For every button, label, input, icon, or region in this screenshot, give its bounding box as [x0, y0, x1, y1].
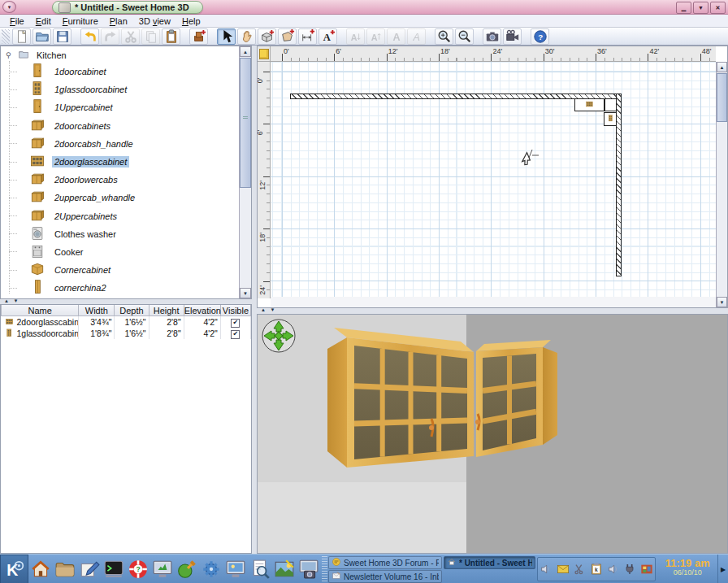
screenshot-launcher-button[interactable] [297, 555, 321, 583]
display-launcher-button[interactable] [150, 555, 175, 583]
catalog-item-1uppercabinet[interactable]: 1Uppercabinet [1, 98, 239, 116]
undo-button[interactable] [80, 28, 99, 45]
column-header-name[interactable]: Name [2, 305, 79, 316]
gear-launcher-button[interactable] [199, 555, 223, 583]
zoom-out-button[interactable] [455, 28, 474, 45]
plug-tray-icon[interactable] [622, 562, 637, 576]
scrollbar-thumb[interactable] [240, 58, 251, 188]
plan-canvas[interactable] [271, 62, 716, 298]
save-button[interactable] [53, 28, 72, 45]
catalog-item-2doorcabinets[interactable]: 2doorcabinets [1, 117, 239, 135]
scrollbar-thumb[interactable] [717, 73, 727, 122]
plan-scrollbar[interactable]: ▲ ▼ [716, 62, 727, 307]
taskbar-window-active[interactable]: * Untitled - Sweet Home 3D [444, 556, 535, 569]
scroll-up-arrow-icon[interactable]: ▲ [240, 46, 251, 57]
plan-furniture-box[interactable] [604, 98, 617, 111]
wall-right[interactable] [616, 94, 622, 276]
terminal-launcher-button[interactable] [102, 555, 126, 583]
mixer-tray-icon[interactable] [606, 562, 621, 576]
taskbar-window-button[interactable]: Sweet Home 3D Forum - Rep [328, 556, 442, 569]
bold-button[interactable]: A [387, 28, 405, 45]
notes-launcher-button[interactable] [77, 555, 102, 583]
menu-3d-view[interactable]: 3D view [133, 15, 176, 27]
catalog-table-splitter[interactable]: ▲ ▼ [0, 299, 252, 304]
catalog-item-clothes-washer[interactable]: Clothes washer [1, 225, 239, 243]
wall-top[interactable] [290, 94, 622, 99]
copy-button[interactable] [141, 28, 160, 45]
search-launcher-button[interactable] [248, 555, 272, 583]
plan-view[interactable]: 0'6'12'18'24'30'36'42'48' 0'6'12'18'24' … [257, 46, 728, 308]
catalog-item-2doorcabsh-handle[interactable]: 2doorcabsh_handle [1, 135, 239, 153]
gallery-launcher-button[interactable] [272, 555, 297, 583]
photo-button[interactable] [483, 28, 501, 45]
minimize-button[interactable]: ▁ [676, 2, 691, 14]
menu-file[interactable]: File [4, 15, 30, 27]
splitter-expand-icons[interactable]: ▲ ▼ [4, 298, 20, 303]
column-header-height[interactable]: Height [149, 305, 184, 316]
plan-3d-splitter[interactable]: ▲ ▼ [257, 308, 728, 314]
maximize-button[interactable]: ▼ [693, 2, 708, 14]
volume-tray-icon[interactable] [539, 562, 553, 576]
taskbar-handle[interactable] [322, 556, 327, 582]
taskbar-clock[interactable]: 11:19 am 06/10/10 [657, 555, 717, 583]
pan-button[interactable] [237, 28, 256, 45]
redo-button[interactable] [101, 28, 119, 45]
add-text-button[interactable]: A [318, 28, 337, 45]
window-menu-button[interactable]: ▼ [2, 1, 16, 13]
catalog-item-2doorlowercabs[interactable]: 2doorlowercabs [1, 171, 239, 189]
view-3d[interactable] [257, 314, 728, 554]
help-buoy-launcher-button[interactable]: ? [126, 555, 150, 583]
clipboard-k-tray-icon[interactable]: k [589, 562, 604, 576]
folder-launcher-button[interactable] [53, 555, 77, 583]
plan-furniture-2doorglasscabinet[interactable] [574, 98, 604, 111]
scroll-down-arrow-icon[interactable]: ▼ [240, 288, 251, 298]
plan-furniture-1glassdoorcabinet[interactable] [604, 112, 617, 126]
monitor-image-launcher-button[interactable] [223, 555, 248, 583]
column-header-elevation[interactable]: Elevation [184, 305, 220, 316]
catalog-item-2uppercab-whandle[interactable]: 2uppercab_whandle [1, 189, 239, 207]
column-header-visible[interactable]: Visible [220, 305, 250, 316]
increase-text-size-button[interactable]: A [366, 28, 385, 45]
tree-expand-handle-icon[interactable]: ⚲ [6, 51, 13, 59]
catalog-item-1doorcabinet[interactable]: 1doorcabinet [1, 63, 239, 80]
k-menu-button[interactable]: K [0, 555, 28, 583]
column-header-width[interactable]: Width [79, 305, 115, 316]
menu-edit[interactable]: Edit [30, 15, 57, 27]
table-row[interactable]: 2doorglasscabinet3'4¾"1'6½"2'8"4'2"✔ [2, 316, 251, 328]
cut-button[interactable] [121, 28, 140, 45]
close-button[interactable]: ✕ [710, 2, 726, 14]
splitter-expand-icons[interactable]: ▲ ▼ [261, 307, 277, 312]
taskbar-window-button[interactable]: Newsletter Volume 16 - Inbo [328, 570, 442, 583]
catalog-scrollbar[interactable]: ▲ ▼ [239, 46, 251, 298]
media-tray-icon[interactable] [639, 562, 654, 576]
scroll-up-arrow-icon[interactable]: ▲ [717, 62, 727, 72]
add-furniture-button[interactable] [189, 28, 208, 45]
menu-plan[interactable]: Plan [104, 15, 133, 27]
catalog-item-cornercabinet[interactable]: Cornercabinet [1, 261, 239, 279]
video-button[interactable] [503, 28, 522, 45]
column-header-depth[interactable]: Depth [115, 305, 149, 316]
tools-launcher-button[interactable] [175, 555, 199, 583]
catalog-item-1glassdoorcabinet[interactable]: 1glassdoorcabinet [1, 80, 239, 98]
menu-help[interactable]: Help [176, 15, 206, 27]
paste-button[interactable] [162, 28, 180, 45]
tray-mail-tray-icon[interactable] [556, 562, 570, 576]
table-row[interactable]: 1glassdoorcabinet1'8¾"1'6½"2'8"4'2"✔ [2, 328, 251, 339]
visible-checkbox[interactable]: ✔ [231, 319, 240, 328]
catalog-item-cooker[interactable]: Cooker [1, 243, 239, 261]
panel-hide-button[interactable]: ▶ [717, 555, 728, 583]
toolbar-grip[interactable] [2, 29, 10, 44]
klipper-tray-icon[interactable] [572, 562, 587, 576]
scroll-down-arrow-icon[interactable]: ▼ [717, 297, 727, 307]
open-button[interactable] [32, 28, 51, 45]
catalog-item-2uppercabinets[interactable]: 2Uppercabinets [1, 207, 239, 225]
create-rooms-button[interactable] [278, 28, 297, 45]
catalog-item-cornerchina2[interactable]: cornerchina2 [1, 279, 239, 297]
italic-button[interactable]: A [407, 28, 426, 45]
catalog-item-2doorglasscabinet[interactable]: 2doorglasscabinet [1, 153, 239, 171]
help-button[interactable]: ? [531, 28, 549, 45]
3d-navigation-compass[interactable] [260, 317, 297, 355]
new-button[interactable] [12, 28, 31, 45]
create-dimensions-button[interactable] [298, 28, 317, 45]
home-launcher-button[interactable] [28, 555, 53, 583]
